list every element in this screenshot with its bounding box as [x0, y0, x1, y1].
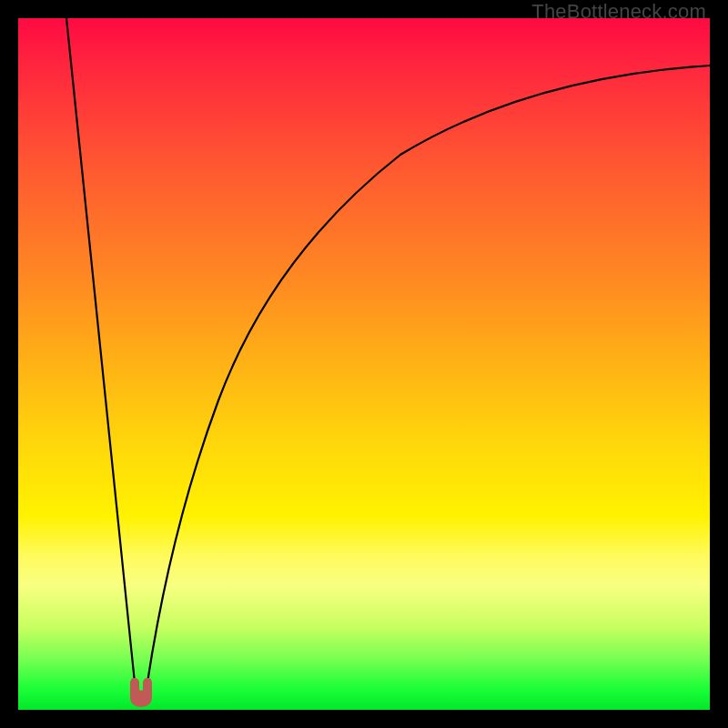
- bottleneck-curve-right: [147, 66, 710, 682]
- bottleneck-curve-left: [66, 18, 135, 682]
- curve-layer: [18, 18, 710, 710]
- plot-area: [18, 18, 710, 710]
- chart-frame: TheBottleneck.com: [0, 0, 728, 728]
